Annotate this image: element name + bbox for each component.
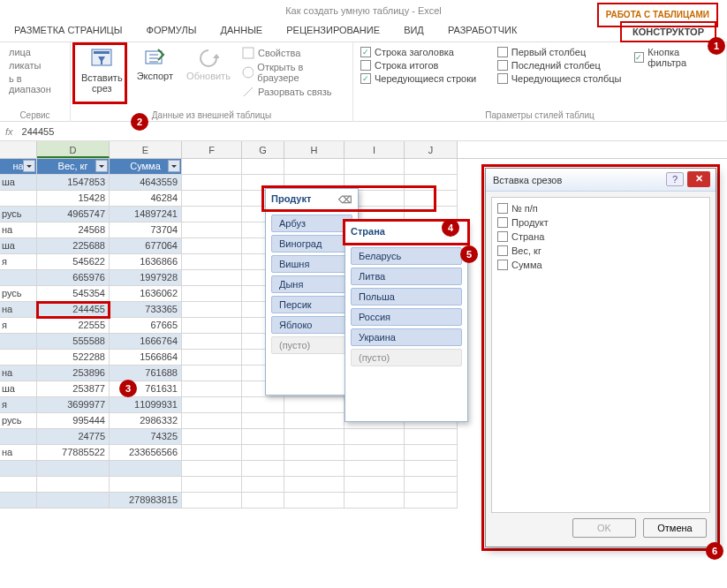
btn-to-range[interactable]: ь в диапазон <box>7 72 63 95</box>
tab-formulas[interactable]: ФОРМУЛЫ <box>136 21 208 39</box>
slicer-item[interactable]: Украина <box>351 328 462 346</box>
cell[interactable] <box>0 461 37 477</box>
cell[interactable] <box>345 429 405 445</box>
chk-header-row[interactable]: ✓Строка заголовка <box>360 46 490 58</box>
slicer-item-empty[interactable]: (пусто) <box>351 349 462 366</box>
fx-icon[interactable]: fx <box>5 126 13 137</box>
cell[interactable]: 995444 <box>37 413 110 429</box>
cell[interactable] <box>37 461 110 477</box>
cell[interactable] <box>284 397 345 413</box>
cell[interactable] <box>405 429 458 445</box>
col-header-G[interactable]: G <box>242 141 284 158</box>
cell[interactable]: 1566864 <box>110 350 182 366</box>
cell[interactable] <box>0 429 37 445</box>
cell[interactable]: 677064 <box>110 238 182 254</box>
slicer-item[interactable]: Вишня <box>271 255 352 273</box>
chk-total-row[interactable]: Строка итогов <box>360 59 490 72</box>
cell[interactable]: я <box>0 254 37 270</box>
cell[interactable] <box>182 493 242 509</box>
cell[interactable] <box>182 207 242 222</box>
cell[interactable]: 733365 <box>110 302 182 318</box>
slicer-item[interactable]: Яблоко <box>271 316 352 334</box>
cell[interactable] <box>284 477 345 493</box>
cell[interactable]: русь <box>0 207 37 222</box>
filter-dropdown-icon[interactable] <box>23 160 35 172</box>
cell[interactable] <box>405 445 458 461</box>
dialog-titlebar[interactable]: Вставка срезов ? ✕ <box>486 169 716 192</box>
cell[interactable]: на <box>0 222 37 238</box>
col-header-F[interactable]: F <box>182 141 242 158</box>
cell[interactable]: 522288 <box>37 350 110 366</box>
cell[interactable] <box>242 493 284 509</box>
cell[interactable] <box>284 445 345 461</box>
insert-slicers-dialog[interactable]: Вставка срезов ? ✕ № п/пПродуктСтранаВес… <box>485 168 716 547</box>
filter-dropdown-icon[interactable] <box>95 160 108 172</box>
cell[interactable] <box>182 429 242 445</box>
cell[interactable] <box>242 413 284 429</box>
slicer-item-empty[interactable]: (пусто) <box>271 336 352 354</box>
cell[interactable]: 24568 <box>37 222 110 238</box>
cell[interactable] <box>182 461 242 477</box>
cell[interactable] <box>182 302 242 318</box>
cell[interactable]: 11099931 <box>110 397 182 413</box>
chk-filter-button[interactable]: ✓Кнопка фильтра <box>634 46 719 69</box>
chk-last-col[interactable]: Последний столбец <box>497 59 627 72</box>
cell[interactable]: на <box>0 445 37 461</box>
refresh-button[interactable]: Обновить <box>184 46 233 110</box>
cancel-button[interactable]: Отмена <box>643 518 707 538</box>
cell[interactable] <box>242 397 284 413</box>
cell[interactable] <box>37 477 110 493</box>
cell[interactable]: 1636866 <box>110 254 182 270</box>
slicer-country[interactable]: Страна БеларусьЛитваПольшаРоссияУкраина(… <box>345 221 468 422</box>
cell[interactable]: 14897241 <box>110 207 182 222</box>
cell[interactable] <box>182 159 242 175</box>
cell[interactable] <box>182 238 242 254</box>
cell[interactable] <box>182 175 242 191</box>
slicer-item[interactable]: Дыня <box>271 275 352 293</box>
cell[interactable]: 1636062 <box>110 286 182 302</box>
cell[interactable]: 15428 <box>37 191 110 207</box>
dialog-field-checkbox[interactable]: № п/п <box>496 201 706 215</box>
tab-view[interactable]: ВИД <box>393 21 435 39</box>
btn-duplicates[interactable]: ликаты <box>7 59 63 72</box>
slicer-item[interactable]: Польша <box>351 288 462 305</box>
table-header-country[interactable]: на <box>0 159 37 175</box>
slicer-item[interactable]: Арбуз <box>271 215 352 232</box>
cell[interactable]: на <box>0 302 37 318</box>
cell[interactable] <box>110 477 182 493</box>
slicer-item[interactable]: Литва <box>351 268 462 285</box>
cell[interactable] <box>182 413 242 429</box>
btn-table[interactable]: лица <box>7 46 63 58</box>
cell[interactable] <box>0 270 37 286</box>
table-header-sum[interactable]: Сумма <box>110 159 182 175</box>
cell[interactable]: на <box>0 366 37 381</box>
cell[interactable] <box>345 477 405 493</box>
cell[interactable] <box>182 445 242 461</box>
cell[interactable] <box>345 445 405 461</box>
cell[interactable]: 665976 <box>37 270 110 286</box>
cell[interactable]: 253896 <box>37 366 110 381</box>
ok-button[interactable]: OK <box>572 518 636 538</box>
cell[interactable] <box>242 159 284 175</box>
cell[interactable] <box>182 191 242 207</box>
cell[interactable]: 22555 <box>37 318 110 334</box>
cell[interactable]: 4965747 <box>37 207 110 222</box>
slicer-item[interactable]: Беларусь <box>351 247 462 265</box>
cell[interactable] <box>242 429 284 445</box>
cell[interactable] <box>0 191 37 207</box>
dialog-field-checkbox[interactable]: Продукт <box>496 215 706 230</box>
cell[interactable] <box>284 429 345 445</box>
table-header-weight[interactable]: Вес, кг <box>37 159 110 175</box>
cell[interactable]: 555588 <box>37 334 110 350</box>
tab-design[interactable]: КОНСТРУКТОР <box>620 21 716 42</box>
cell[interactable] <box>345 493 405 509</box>
btn-unlink[interactable]: Разорвать связь <box>240 85 345 99</box>
cell[interactable] <box>110 461 182 477</box>
cell[interactable]: 1666764 <box>110 334 182 350</box>
cell[interactable] <box>37 493 110 509</box>
cell[interactable]: 4643559 <box>110 175 182 191</box>
cell[interactable]: 3699977 <box>37 397 110 413</box>
cell[interactable] <box>345 159 405 175</box>
cell[interactable]: 74325 <box>110 429 182 445</box>
export-button[interactable]: Экспорт <box>133 46 177 110</box>
